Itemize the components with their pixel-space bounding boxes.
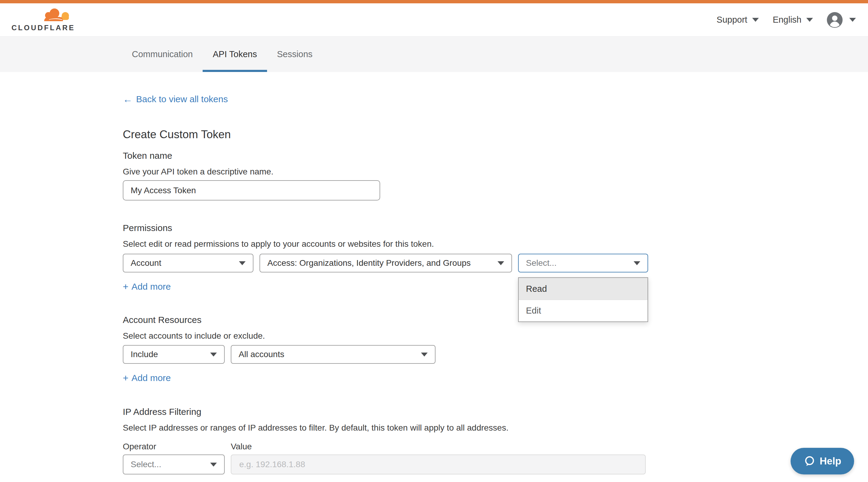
account-menu[interactable] <box>827 12 856 28</box>
ip-filtering-heading: IP Address Filtering <box>123 407 649 418</box>
support-menu-label: Support <box>716 15 747 25</box>
account-mode-select[interactable]: Include <box>123 345 225 364</box>
add-more-label: Add more <box>131 373 171 383</box>
permission-level-placeholder: Select... <box>526 258 557 268</box>
permissions-row: Account Access: Organizations, Identity … <box>123 254 649 272</box>
ip-operator-select[interactable]: Select... <box>123 454 225 475</box>
accounts-value: All accounts <box>239 350 284 359</box>
avatar-icon <box>827 12 843 28</box>
operator-label: Operator <box>123 442 225 452</box>
chevron-down-icon <box>210 353 217 356</box>
permission-level-select-wrap: Select... Read Edit <box>518 254 648 272</box>
permission-scope-select[interactable]: Account <box>123 254 253 272</box>
ip-operator-placeholder: Select... <box>131 460 161 469</box>
language-menu[interactable]: English <box>773 15 813 25</box>
permissions-heading: Permissions <box>123 223 649 234</box>
active-tab-underline <box>203 70 267 72</box>
support-menu[interactable]: Support <box>716 15 759 25</box>
back-to-tokens-link[interactable]: ← Back to view all tokens <box>123 93 228 105</box>
permission-level-select[interactable]: Select... <box>518 254 648 272</box>
value-label: Value <box>231 442 252 452</box>
permission-level-menu: Read Edit <box>518 277 648 322</box>
chevron-down-icon <box>497 261 504 265</box>
chevron-down-icon <box>421 353 428 356</box>
account-resources-add-more-link[interactable]: + Add more <box>123 373 171 383</box>
help-button[interactable]: Help <box>790 448 854 475</box>
permission-scope-value: Account <box>131 258 161 268</box>
ip-value-input[interactable] <box>231 454 646 475</box>
chevron-down-icon <box>633 261 640 265</box>
accounts-select[interactable]: All accounts <box>231 345 435 364</box>
permission-resource-value: Access: Organizations, Identity Provider… <box>267 258 471 268</box>
plus-icon: + <box>123 282 128 291</box>
tab-api-tokens[interactable]: API Tokens <box>203 37 267 72</box>
tab-label: Sessions <box>277 49 313 59</box>
speech-bubble-icon <box>803 455 815 467</box>
permissions-description: Select edit or read permissions to apply… <box>123 239 649 250</box>
chevron-down-icon <box>239 261 246 265</box>
token-name-description: Give your API token a descriptive name. <box>123 167 649 177</box>
cloudflare-logo[interactable]: CLOUDFLARE <box>11 8 75 32</box>
chevron-down-icon <box>752 18 759 22</box>
ip-filtering-row: Select... <box>123 454 649 475</box>
token-name-input[interactable] <box>123 180 380 200</box>
app-header: CLOUDFLARE Support English <box>0 3 868 37</box>
cloudflare-cloud-icon <box>39 8 73 23</box>
back-link-label: Back to view all tokens <box>136 94 228 104</box>
menu-option-read[interactable]: Read <box>519 278 648 300</box>
menu-option-edit[interactable]: Edit <box>519 300 648 321</box>
profile-tabbar: Communication API Tokens Sessions <box>0 37 868 72</box>
main-content: ← Back to view all tokens Create Custom … <box>123 93 649 475</box>
account-resources-row: Include All accounts <box>123 345 649 364</box>
back-arrow-icon: ← <box>123 94 132 104</box>
permission-resource-select[interactable]: Access: Organizations, Identity Provider… <box>259 254 512 272</box>
help-button-label: Help <box>819 455 841 467</box>
chevron-down-icon <box>806 18 813 22</box>
chevron-down-icon <box>849 18 856 22</box>
ip-filtering-labels-row: Operator Value <box>123 442 649 452</box>
brand-wordmark: CLOUDFLARE <box>11 24 75 32</box>
account-mode-value: Include <box>131 350 158 359</box>
ip-filtering-description: Select IP addresses or ranges of IP addr… <box>123 423 649 433</box>
tab-label: Communication <box>132 49 193 59</box>
account-resources-description: Select accounts to include or exclude. <box>123 331 649 342</box>
top-accent-bar <box>0 0 868 3</box>
language-menu-label: English <box>773 15 802 25</box>
chevron-down-icon <box>210 463 217 467</box>
plus-icon: + <box>123 373 128 383</box>
header-nav: Support English <box>716 12 856 28</box>
tab-label: API Tokens <box>213 49 257 59</box>
add-more-label: Add more <box>131 282 171 292</box>
tab-communication[interactable]: Communication <box>122 37 203 72</box>
tab-sessions[interactable]: Sessions <box>267 37 323 72</box>
permissions-add-more-link[interactable]: + Add more <box>123 282 171 292</box>
page-title: Create Custom Token <box>123 128 649 142</box>
token-name-heading: Token name <box>123 151 649 161</box>
